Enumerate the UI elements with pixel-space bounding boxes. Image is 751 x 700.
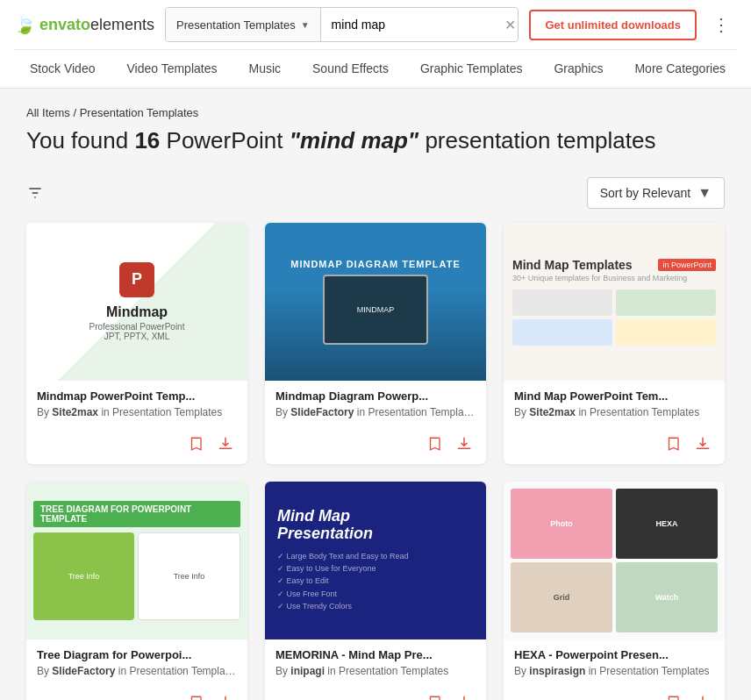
card-actions — [26, 688, 247, 700]
card-actions — [504, 429, 725, 464]
result-query: "mind map" — [290, 127, 418, 154]
card-mindmap-powerpoint: P Mindmap Professional PowerPointJPT, PP… — [26, 223, 247, 464]
card-info: Mindmap Diagram Powerp... By SlideFactor… — [265, 381, 486, 429]
nav-item-stock-video[interactable]: Stock Video — [14, 50, 111, 89]
nav-item-graphics[interactable]: Graphics — [538, 50, 619, 89]
card-title: Mind Map PowerPoint Tem... — [514, 389, 714, 403]
clear-search-icon[interactable]: ✕ — [496, 17, 519, 33]
bookmark-button[interactable] — [184, 432, 207, 455]
card-title: Mindmap PowerPoint Temp... — [37, 389, 237, 403]
card-mindmap-diagram: MINDMAP DIAGRAM TEMPLATE MINDMAP Mindmap… — [265, 223, 486, 464]
bookmark-icon — [665, 695, 681, 700]
card-meta: By Site2max in Presentation Templates — [37, 406, 237, 418]
card-author[interactable]: Site2max — [52, 406, 98, 418]
nav-item-sound-effects[interactable]: Sound Effects — [297, 50, 404, 89]
card-author[interactable]: SlideFactory — [52, 665, 115, 677]
bookmark-icon — [665, 436, 681, 452]
card-tree-diagram: TREE DIAGRAM FOR POWERPOINT TEMPLATE Tre… — [26, 482, 247, 700]
card-title: Tree Diagram for Powerpoi... — [37, 648, 237, 661]
chevron-down-icon: ▼ — [301, 20, 310, 30]
bookmark-icon — [426, 436, 442, 452]
page-wrapper: 🍃 envatoelements Presentation Templates … — [0, 0, 751, 700]
filter-button[interactable] — [26, 184, 44, 202]
card-info: Mind Map PowerPoint Tem... By Site2max i… — [504, 381, 725, 429]
menu-button[interactable]: ⋮ — [705, 11, 737, 39]
card-actions — [504, 688, 725, 700]
filter-icon — [26, 184, 44, 202]
download-button[interactable] — [453, 432, 476, 455]
card-meta: By inipagi in Presentation Templates — [275, 665, 476, 677]
card-title: Mindmap Diagram Powerp... — [275, 389, 476, 403]
nav-item-graphic-templates[interactable]: Graphic Templates — [404, 50, 538, 89]
sort-dropdown[interactable]: Sort by Relevant ▼ — [587, 177, 725, 209]
download-button[interactable] — [691, 432, 714, 455]
header-top: 🍃 envatoelements Presentation Templates … — [14, 0, 737, 49]
card-actions — [26, 429, 247, 464]
search-category-dropdown[interactable]: Presentation Templates ▼ — [166, 8, 321, 41]
card-author[interactable]: inspirasign — [529, 665, 585, 677]
card-hexa: Photo HEXA Grid Watch HEXA - Powerpoint … — [504, 482, 725, 700]
main-content: All Items / Presentation Templates You f… — [0, 89, 751, 700]
search-input[interactable] — [321, 8, 496, 41]
card-meta: By SlideFactory in Presentation Template… — [37, 665, 237, 677]
card-meta: By inspirasign in Presentation Templates — [514, 665, 714, 677]
search-bar: Presentation Templates ▼ ✕ — [165, 7, 519, 42]
card-meta: By Site2max in Presentation Templates — [514, 406, 714, 418]
card-meta: By SlideFactory in Presentation Template… — [275, 406, 476, 418]
card-author[interactable]: Site2max — [529, 406, 576, 418]
breadcrumb: All Items / Presentation Templates — [26, 106, 725, 119]
download-icon — [218, 695, 233, 700]
card-mind-map-powerpoint: Mind Map Templates in PowerPoint 30+ Uni… — [504, 223, 725, 464]
card-info: Mindmap PowerPoint Temp... By Site2max i… — [26, 381, 247, 429]
card-actions — [265, 688, 486, 700]
download-button[interactable] — [691, 691, 714, 700]
download-button[interactable] — [214, 432, 237, 455]
bookmark-button[interactable] — [662, 691, 684, 700]
download-icon — [218, 436, 233, 452]
get-unlimited-button[interactable]: Get unlimited downloads — [529, 10, 697, 40]
download-icon — [695, 695, 711, 700]
bookmark-button[interactable] — [423, 432, 446, 455]
card-thumbnail: Photo HEXA Grid Watch — [504, 482, 725, 639]
bookmark-button[interactable] — [184, 691, 207, 700]
download-icon — [695, 436, 711, 452]
toolbar: Sort by Relevant ▼ — [26, 177, 725, 209]
card-author[interactable]: SlideFactory — [290, 406, 354, 418]
header: 🍃 envatoelements Presentation Templates … — [0, 0, 751, 89]
card-actions — [265, 429, 486, 464]
download-icon — [456, 695, 472, 700]
card-thumbnail: Mind Map Templates in PowerPoint 30+ Uni… — [504, 223, 725, 381]
download-button[interactable] — [453, 691, 476, 700]
chevron-down-icon: ▼ — [697, 185, 712, 201]
card-info: MEMORINA - Mind Map Pre... By inipagi in… — [265, 639, 486, 688]
breadcrumb-separator: / — [73, 106, 79, 119]
nav-item-video-templates[interactable]: Video Templates — [111, 50, 232, 89]
bookmark-icon — [426, 695, 442, 700]
logo-icon: 🍃 — [14, 14, 36, 35]
nav-item-music[interactable]: Music — [232, 50, 297, 89]
card-author[interactable]: inipagi — [290, 665, 325, 677]
breadcrumb-current: Presentation Templates — [80, 106, 199, 119]
download-button[interactable] — [214, 691, 237, 700]
bookmark-button[interactable] — [662, 432, 684, 455]
result-title: You found 16 PowerPoint "mind map" prese… — [26, 126, 725, 156]
bookmark-icon — [188, 436, 204, 452]
main-nav: Stock Video Video Templates Music Sound … — [14, 49, 737, 88]
card-thumbnail: Mind MapPresentation ✓ Large Body Text a… — [265, 482, 486, 639]
result-count: 16 — [134, 127, 160, 154]
nav-item-more-categories[interactable]: More Categories — [619, 50, 741, 89]
logo[interactable]: 🍃 envatoelements — [14, 14, 154, 35]
bookmark-icon — [188, 695, 204, 700]
results-grid: P Mindmap Professional PowerPointJPT, PP… — [26, 223, 725, 700]
card-memorina: Mind MapPresentation ✓ Large Body Text a… — [265, 482, 486, 700]
card-thumbnail: P Mindmap Professional PowerPointJPT, PP… — [26, 223, 247, 381]
breadcrumb-home[interactable]: All Items — [26, 106, 70, 119]
card-title: HEXA - Powerpoint Presen... — [514, 648, 714, 661]
card-title: MEMORINA - Mind Map Pre... — [275, 648, 476, 661]
card-info: Tree Diagram for Powerpoi... By SlideFac… — [26, 639, 247, 688]
download-icon — [456, 436, 472, 452]
card-thumbnail: MINDMAP DIAGRAM TEMPLATE MINDMAP — [265, 223, 486, 381]
search-category-label: Presentation Templates — [176, 18, 296, 32]
header-actions: Get unlimited downloads ⋮ — [529, 10, 737, 40]
bookmark-button[interactable] — [423, 691, 446, 700]
